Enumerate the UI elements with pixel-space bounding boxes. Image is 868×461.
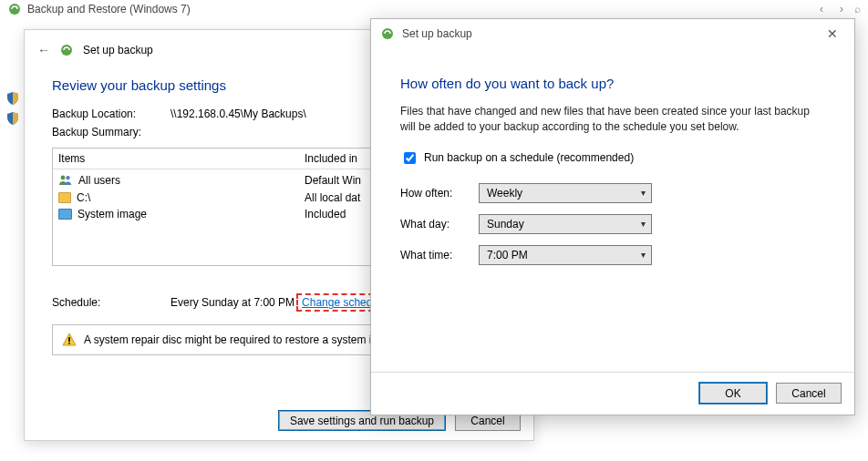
chevron-down-icon: ▾	[641, 250, 646, 260]
chevron-down-icon: ▾	[641, 188, 646, 198]
how-often-label: How often:	[400, 187, 479, 200]
shield-icon	[5, 91, 20, 106]
svg-rect-5	[68, 343, 70, 344]
what-day-label: What day:	[400, 218, 479, 230]
svg-point-3	[66, 176, 69, 179]
search-icon[interactable]: ⌕	[854, 3, 861, 15]
item-value: Default Win	[305, 174, 361, 187]
how-often-select[interactable]: Weekly ▾	[479, 183, 652, 203]
what-time-value: 7:00 PM	[487, 249, 528, 261]
what-day-select[interactable]: Sunday ▾	[479, 214, 652, 234]
item-value: Included	[305, 208, 346, 220]
what-day-value: Sunday	[487, 218, 524, 230]
ok-button[interactable]: OK	[699, 383, 767, 404]
cancel-button[interactable]: Cancel	[776, 383, 842, 404]
item-label: All users	[78, 174, 120, 187]
svg-rect-4	[68, 337, 70, 342]
dialog-paragraph: Files that have changed and new files th…	[400, 104, 825, 135]
svg-point-0	[9, 4, 20, 15]
svg-point-1	[61, 45, 72, 56]
item-value: All local dat	[305, 191, 360, 204]
svg-point-2	[61, 176, 66, 180]
close-icon: ✕	[827, 26, 838, 41]
backup-location-value: \\192.168.0.45\My Backups\	[170, 108, 306, 120]
warning-text: A system repair disc might be required t…	[84, 333, 402, 346]
explorer-title: Backup and Restore (Windows 7)	[27, 3, 191, 15]
security-shield-stack	[5, 91, 20, 126]
run-on-schedule-label: Run backup on a schedule (recommended)	[424, 151, 634, 164]
col-items: Items	[58, 152, 305, 165]
monitor-icon	[58, 209, 72, 220]
item-label: C:\	[77, 191, 90, 204]
back-arrow-icon[interactable]: ←	[37, 43, 50, 57]
folder-icon	[58, 192, 71, 203]
how-often-value: Weekly	[487, 187, 522, 200]
users-icon	[58, 173, 73, 188]
backup-summary-label: Backup Summary:	[52, 126, 170, 138]
backup-orb-icon	[380, 26, 395, 41]
shield-icon	[5, 111, 20, 126]
wizard-title: Set up backup	[83, 44, 153, 56]
item-label: System image	[78, 208, 147, 220]
run-on-schedule-checkbox[interactable]	[404, 152, 416, 164]
schedule-label: Schedule:	[52, 296, 170, 309]
backup-location-label: Backup Location:	[52, 108, 170, 120]
chevron-left-icon[interactable]: ‹	[814, 3, 829, 15]
schedule-value: Every Sunday at 7:00 PM	[170, 296, 294, 309]
col-included: Included in	[305, 152, 357, 165]
close-button[interactable]: ✕	[814, 25, 851, 43]
warning-icon	[62, 333, 77, 347]
dialog-heading: How often do you want to back up?	[400, 76, 825, 91]
explorer-titlebar: Backup and Restore (Windows 7) ‹ › ⌕	[0, 0, 868, 18]
schedule-dialog: Set up backup ✕ How often do you want to…	[370, 18, 855, 415]
what-time-label: What time:	[400, 249, 479, 261]
backup-orb-icon	[7, 2, 22, 16]
dialog-title: Set up backup	[402, 27, 472, 40]
chevron-down-icon: ▾	[641, 219, 646, 229]
svg-point-6	[382, 28, 393, 39]
backup-orb-icon	[59, 43, 74, 57]
chevron-right-icon[interactable]: ›	[834, 3, 849, 15]
what-time-select[interactable]: 7:00 PM ▾	[479, 245, 652, 265]
